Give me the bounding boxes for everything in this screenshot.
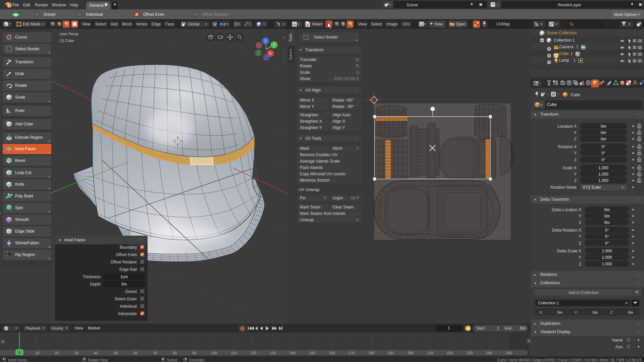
svg-text:Camera: Camera bbox=[559, 45, 574, 49]
svg-text:Cube: Cube bbox=[559, 51, 569, 56]
svg-text:✕: ✕ bbox=[269, 52, 272, 55]
svg-text:Y: Y bbox=[273, 43, 275, 47]
svg-text:Scene Collection: Scene Collection bbox=[546, 31, 577, 35]
svg-text:+: + bbox=[283, 35, 285, 40]
svg-text:Collection 1: Collection 1 bbox=[554, 38, 575, 43]
svg-text:Lamp: Lamp bbox=[559, 58, 569, 63]
svg-text:Z: Z bbox=[265, 39, 267, 43]
